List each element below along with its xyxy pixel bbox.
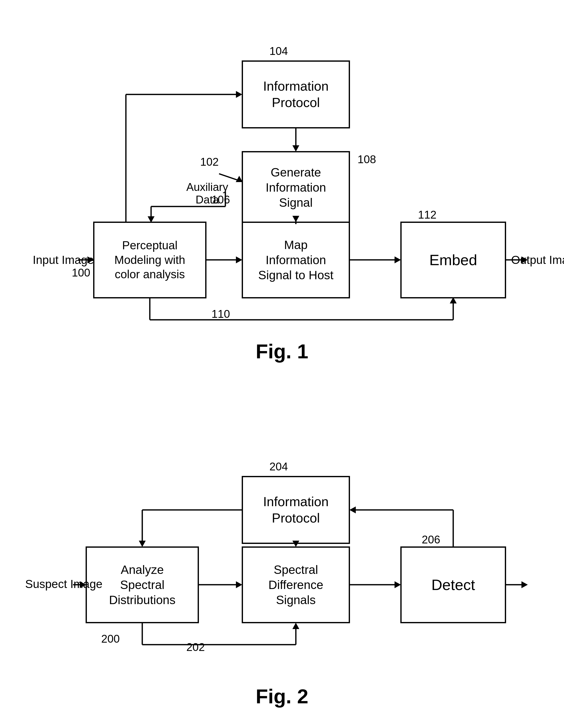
output-image-label: Output Image	[511, 253, 564, 267]
spectral-diff-label: Spectral Difference Signals	[268, 562, 323, 608]
generate-info-signal-label: Generate Information Signal	[266, 165, 326, 210]
svg-marker-17	[236, 176, 242, 182]
ref-110: 110	[211, 308, 230, 320]
analyze-spectral-box: Analyze Spectral Distributions	[86, 546, 199, 623]
ref-102: 102	[200, 156, 219, 168]
svg-marker-44	[293, 623, 299, 629]
detect-box: Detect	[400, 546, 506, 623]
input-image-label: Input Image	[33, 253, 94, 267]
svg-marker-20	[236, 91, 242, 97]
perceptual-modeling-label: Perceptual Modeling with color analysis	[114, 238, 185, 282]
ref-202a: 202	[186, 641, 205, 653]
detect-label: Detect	[431, 575, 475, 594]
ref-204: 204	[269, 460, 288, 473]
svg-marker-7	[395, 257, 400, 263]
analyze-spectral-label: Analyze Spectral Distributions	[109, 562, 175, 608]
info-protocol-label-2: Information Protocol	[263, 494, 329, 526]
ref-106: 106	[211, 193, 230, 206]
ref-206: 206	[422, 533, 440, 546]
perceptual-modeling-box: Perceptual Modeling with color analysis	[93, 222, 206, 298]
ref-100: 100	[72, 266, 90, 279]
svg-marker-5	[236, 257, 242, 263]
embed-box: Embed	[400, 222, 506, 298]
svg-marker-24	[450, 298, 456, 303]
ref-112: 112	[418, 209, 436, 221]
info-protocol-label: Information Protocol	[263, 78, 329, 111]
svg-marker-37	[139, 541, 145, 546]
suspect-image-label: Suspect Image	[25, 577, 102, 591]
ref-108: 108	[358, 153, 376, 166]
fig1-caption: Fig. 1	[227, 340, 337, 363]
info-protocol-box: Information Protocol	[242, 60, 350, 128]
info-protocol-box-2: Information Protocol	[242, 476, 350, 544]
svg-marker-34	[522, 582, 527, 588]
embed-label: Embed	[429, 251, 477, 269]
generate-info-signal-box: Generate Information Signal	[242, 151, 350, 224]
svg-marker-1	[293, 146, 299, 151]
svg-marker-40	[350, 507, 356, 513]
svg-marker-28	[236, 582, 242, 588]
ref-200: 200	[101, 633, 120, 645]
map-signal-box: Map Information Signal to Host	[242, 222, 350, 298]
svg-marker-15	[148, 217, 154, 222]
ref-104: 104	[269, 45, 288, 57]
map-signal-label: Map Information Signal to Host	[258, 237, 334, 283]
fig2-caption: Fig. 2	[227, 685, 337, 708]
svg-marker-30	[395, 582, 400, 588]
spectral-diff-box: Spectral Difference Signals	[242, 546, 350, 623]
